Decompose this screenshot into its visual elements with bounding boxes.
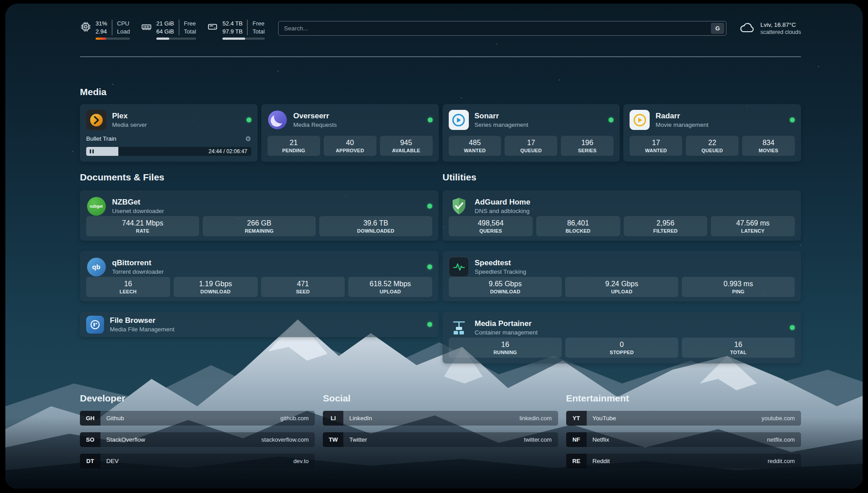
twitter-icon: TW <box>323 432 343 447</box>
status-dot <box>427 322 432 327</box>
disk-total-label: Total <box>252 28 264 36</box>
bookmark-reddit[interactable]: RE Reddit reddit.com <box>566 454 801 468</box>
developer-section-title: Developer <box>80 393 315 404</box>
stat-download: 9.65 Gbps DOWNLOAD <box>449 277 562 297</box>
sonarr-icon <box>449 110 469 130</box>
stat-latency: 47.569 ms LATENCY <box>711 216 795 236</box>
session-settings-icon[interactable]: ⚙ <box>245 135 251 142</box>
pause-icon[interactable] <box>90 150 94 154</box>
ram-metric: 21 GiB 64 GiB Free Total <box>141 20 196 40</box>
app-name: File Browser <box>110 316 175 325</box>
status-dot <box>428 117 433 122</box>
app-description: Speedtest Tracking <box>475 268 526 275</box>
app-name: Overseerr <box>293 112 337 121</box>
bookmark-github[interactable]: GH Github github.com <box>80 411 315 426</box>
stat-downloaded: 39.6 TB DOWNLOADED <box>319 216 432 236</box>
disk-free-label: Free <box>252 20 264 28</box>
app-description: Media File Management <box>110 326 175 333</box>
bookmark-twitter[interactable]: TW Twitter twitter.com <box>323 432 558 447</box>
overseerr-card[interactable]: Overseerr Media Requests 21 PENDING 40 A… <box>261 104 439 162</box>
adguard-icon <box>449 196 469 216</box>
sonarr-card[interactable]: Sonarr Series management 485 WANTED 17 Q… <box>442 104 620 162</box>
app-description: Container management <box>475 329 538 336</box>
search-engine-button[interactable]: G <box>711 23 724 34</box>
weather-location: Lviv, 16.87°C <box>760 21 801 28</box>
reddit-icon: RE <box>566 454 587 468</box>
bookmark-dev[interactable]: DT DEV dev.to <box>80 454 315 468</box>
stackoverflow-icon: SO <box>80 432 100 447</box>
weather-condition: scattered clouds <box>760 29 801 35</box>
adguard-card[interactable]: AdGuard Home DNS and adblocking 498,564 … <box>442 190 801 241</box>
now-playing-title: Bullet Train <box>86 135 117 142</box>
cpu-metric: 31% 2.94 CPU Load <box>80 20 130 40</box>
stat-available: 945 AVAILABLE <box>380 136 433 156</box>
stat-pending: 21 PENDING <box>267 136 320 156</box>
speedtest-card[interactable]: Speedtest Speedtest Tracking 9.65 Gbps D… <box>442 251 801 301</box>
status-dot <box>790 117 795 122</box>
bookmark-youtube[interactable]: YT YouTube youtube.com <box>566 411 801 426</box>
bookmark-netflix[interactable]: NF Netflix netflix.com <box>566 432 801 447</box>
app-name: Speedtest <box>475 259 526 267</box>
documents-section-title: Documents & Files <box>80 172 438 183</box>
disk-icon <box>207 21 218 40</box>
cpu-load-label: Load <box>117 28 130 36</box>
ram-free-label: Free <box>184 20 196 28</box>
stat-total: 16 TOTAL <box>682 338 795 358</box>
stat-queued: 17 QUEUED <box>505 136 557 156</box>
app-description: Usenet downloader <box>112 208 164 214</box>
snow-particles <box>5 4 6 4</box>
netflix-icon: NF <box>566 432 587 447</box>
github-icon: GH <box>80 411 100 426</box>
bookmarks-section: Developer GH Github github.com SO StackO… <box>80 393 801 475</box>
app-description: Media Requests <box>293 121 337 128</box>
app-name: Plex <box>112 112 147 121</box>
speedtest-icon <box>449 257 469 277</box>
social-section-title: Social <box>323 393 558 404</box>
playback-time: 24:44 / 02:06:47 <box>209 148 247 155</box>
plex-icon <box>86 110 106 130</box>
app-description: DNS and adblocking <box>475 208 530 214</box>
bookmark-stackoverflow[interactable]: SO StackOverflow stackoverflow.com <box>80 432 315 447</box>
stat-movies: 834 MOVIES <box>742 136 795 156</box>
entertainment-section-title: Entertainment <box>566 393 801 404</box>
radarr-card[interactable]: Radarr Movie management 17 WANTED 22 QUE… <box>623 104 801 162</box>
qbittorrent-card[interactable]: qb qBittorrent Torrent downloader 16 LEE… <box>80 251 438 301</box>
search-bar: G <box>278 21 726 36</box>
status-dot <box>790 325 795 330</box>
status-dot <box>427 264 432 269</box>
documents-column: Documents & Files nzbget NZBGet Usenet d… <box>80 172 438 374</box>
disk-total-value: 97.9 TB <box>222 28 242 36</box>
media-section: Media Plex Media server <box>80 87 801 162</box>
qbittorrent-icon: qb <box>86 257 106 277</box>
stat-queries: 498,564 QUERIES <box>449 216 533 236</box>
header-divider <box>80 56 801 57</box>
app-description: Torrent downloader <box>112 268 164 275</box>
cpu-label: CPU <box>117 20 130 28</box>
ram-usage-bar <box>156 38 196 40</box>
cpu-usage-bar <box>96 38 130 40</box>
stat-approved: 40 APPROVED <box>324 136 376 156</box>
stat-rate: 744.21 Mbps RATE <box>86 216 199 236</box>
social-column: Social LI LinkedIn linkedin.com TW Twitt… <box>323 393 558 475</box>
ram-free-value: 21 GiB <box>156 20 174 28</box>
stat-filtered: 2,956 FILTERED <box>624 216 708 236</box>
radarr-icon <box>630 110 650 130</box>
stat-running: 16 RUNNING <box>449 338 562 358</box>
filebrowser-card[interactable]: File Browser Media File Management <box>80 312 438 337</box>
cpu-icon <box>80 21 92 40</box>
stat-queued: 22 QUEUED <box>686 136 739 156</box>
bookmark-linkedin[interactable]: LI LinkedIn linkedin.com <box>323 411 558 426</box>
plex-card[interactable]: Plex Media server Bullet Train ⚙ 24:44 /… <box>80 104 258 162</box>
status-dot <box>609 117 613 122</box>
search-input[interactable] <box>284 25 711 32</box>
app-description: Movie management <box>655 121 709 128</box>
ram-total-label: Total <box>184 28 196 36</box>
playback-progress-bar[interactable]: 24:44 / 02:06:47 <box>86 147 251 156</box>
nzbget-card[interactable]: nzbget NZBGet Usenet downloader 744.21 M… <box>80 190 438 241</box>
utilities-section-title: Utilities <box>442 172 801 183</box>
portainer-card[interactable]: Media Portainer Container management 16 … <box>442 312 801 363</box>
weather-widget: Lviv, 16.87°C scattered clouds <box>739 21 801 35</box>
middle-columns: Documents & Files nzbget NZBGet Usenet d… <box>80 172 801 374</box>
app-name: NZBGet <box>112 198 164 207</box>
stat-remaining: 266 GB REMAINING <box>203 216 316 236</box>
